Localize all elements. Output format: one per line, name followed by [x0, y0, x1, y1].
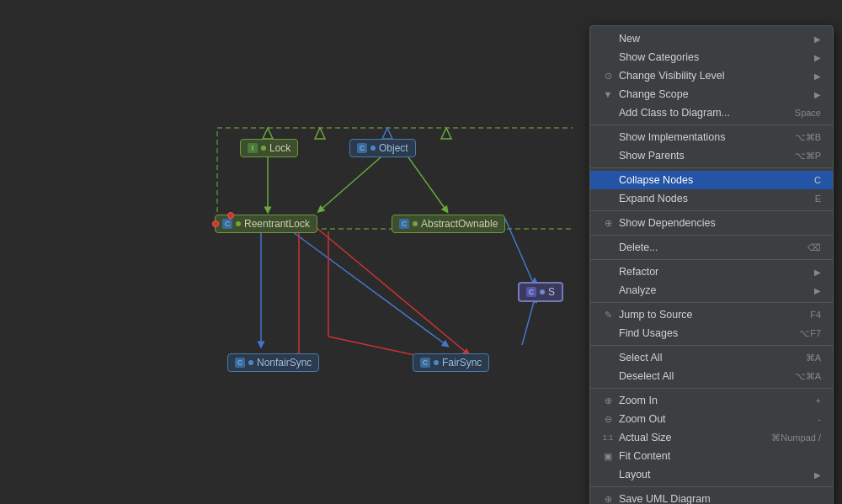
menu-item-change-visibility[interactable]: ⊙ Change Visibility Level ▶	[590, 66, 833, 85]
menu-separator-9	[590, 486, 833, 487]
node-fairsync[interactable]: C FairSync	[413, 353, 489, 372]
menu-item-fit-content[interactable]: ▣ Fit Content	[590, 447, 833, 465]
node-abstractownable-label: AbstractOwnable	[421, 218, 498, 230]
node-object[interactable]: C Object	[349, 139, 416, 157]
menu-expand-shortcut: E	[815, 194, 821, 204]
node-object-icon: C	[357, 143, 367, 153]
node-reentrantlock[interactable]: C ReentrantLock	[215, 215, 317, 233]
menu-fit-content-icon: ▣	[602, 451, 614, 462]
menu-fit-content-label: Fit Content	[619, 450, 670, 462]
node-nonfairsync-icon: C	[235, 358, 245, 368]
menu-jump-label: Jump to Source	[619, 309, 693, 321]
menu-item-refactor[interactable]: Refactor ▶	[590, 263, 833, 281]
menu-item-show-implementations[interactable]: Show Implementations ⌥⌘B	[590, 128, 833, 146]
menu-separator-4	[590, 235, 833, 236]
node-s-dot	[540, 289, 545, 294]
menu-item-actual-size[interactable]: 1:1 Actual Size ⌘Numpad /	[590, 428, 833, 447]
menu-zoom-in-icon: ⊕	[602, 395, 614, 406]
menu-separator-6	[590, 302, 833, 303]
menu-item-zoom-in[interactable]: ⊕ Zoom In +	[590, 391, 833, 410]
node-abstractownable-dot	[413, 221, 418, 226]
menu-separator-5	[590, 259, 833, 260]
menu-find-label: Find Usages	[619, 327, 678, 339]
menu-collapse-shortcut: C	[814, 175, 821, 185]
menu-item-collapse-nodes[interactable]: Collapse Nodes C	[590, 171, 833, 189]
menu-item-save-uml[interactable]: ⊕ Save UML Diagram	[590, 490, 833, 504]
diagram-canvas: I Lock C Object C ReentrantLock C Abstra…	[0, 0, 573, 504]
node-abstractownable[interactable]: C AbstractOwnable	[392, 215, 505, 233]
menu-show-categories-arrow: ▶	[814, 53, 821, 62]
menu-show-parents-label: Show Parents	[619, 150, 685, 162]
menu-refactor-arrow: ▶	[814, 268, 821, 277]
menu-show-impl-shortcut: ⌥⌘B	[795, 132, 821, 143]
menu-layout-label: Layout	[619, 469, 651, 480]
menu-actual-size-icon: 1:1	[602, 433, 614, 442]
menu-delete-shortcut: ⌫	[807, 242, 821, 253]
menu-item-find-usages[interactable]: Find Usages ⌥F7	[590, 324, 833, 342]
node-lock-dot	[261, 146, 266, 151]
menu-item-zoom-out[interactable]: ⊖ Zoom Out -	[590, 410, 833, 428]
menu-show-impl-label: Show Implementations	[619, 131, 725, 143]
menu-item-analyze[interactable]: Analyze ▶	[590, 281, 833, 300]
node-reentrantlock-label: ReentrantLock	[244, 218, 310, 230]
menu-change-scope-label: Change Scope	[619, 88, 689, 100]
menu-separator-3	[590, 210, 833, 211]
node-nonfairsync[interactable]: C NonfairSync	[227, 353, 319, 372]
node-lock[interactable]: I Lock	[240, 139, 298, 157]
connections-svg	[0, 0, 573, 504]
svg-line-3	[404, 151, 446, 210]
menu-item-layout[interactable]: Layout ▶	[590, 465, 833, 484]
node-fairsync-dot	[434, 360, 439, 365]
menu-delete-label: Delete...	[619, 241, 658, 253]
menu-item-deselect-all[interactable]: Deselect All ⌥⌘A	[590, 367, 833, 385]
menu-item-expand-nodes[interactable]: Expand Nodes E	[590, 189, 833, 208]
menu-item-change-scope[interactable]: ▼ Change Scope ▶	[590, 85, 833, 103]
menu-select-all-shortcut: ⌘A	[806, 353, 821, 363]
svg-marker-20	[382, 128, 392, 139]
node-nonfairsync-dot	[248, 360, 253, 365]
menu-actual-size-shortcut: ⌘Numpad /	[771, 432, 821, 443]
menu-select-all-label: Select All	[619, 352, 662, 363]
menu-expand-label: Expand Nodes	[619, 193, 688, 204]
menu-item-show-dependencies[interactable]: ⊕ Show Dependencies	[590, 214, 833, 232]
menu-analyze-label: Analyze	[619, 284, 656, 296]
menu-item-jump-to-source[interactable]: ✎ Jump to Source F4	[590, 305, 833, 324]
node-object-label: Object	[379, 142, 408, 154]
menu-item-add-class[interactable]: Add Class to Diagram... Space	[590, 103, 833, 122]
menu-separator-8	[590, 388, 833, 389]
svg-line-5	[286, 227, 446, 345]
menu-new-arrow: ▶	[814, 34, 821, 44]
menu-item-new[interactable]: New ▶	[590, 29, 833, 48]
menu-show-parents-shortcut: ⌥⌘P	[795, 151, 821, 162]
menu-change-visibility-label: Change Visibility Level	[619, 70, 725, 82]
menu-deselect-all-label: Deselect All	[619, 370, 674, 382]
menu-save-uml-label: Save UML Diagram	[619, 493, 711, 504]
menu-separator-7	[590, 345, 833, 346]
menu-item-select-all[interactable]: Select All ⌘A	[590, 348, 833, 367]
node-reentrantlock-icon: C	[222, 219, 232, 229]
menu-layout-arrow: ▶	[814, 470, 821, 480]
menu-add-class-shortcut: Space	[795, 108, 821, 118]
menu-change-visibility-arrow: ▶	[814, 72, 821, 81]
node-s[interactable]: C S	[518, 282, 563, 302]
menu-item-delete[interactable]: Delete... ⌫	[590, 238, 833, 257]
svg-line-8	[316, 227, 467, 353]
node-lock-icon: I	[248, 143, 258, 153]
node-nonfairsync-label: NonfairSync	[257, 357, 312, 369]
node-s-label: S	[548, 286, 555, 298]
menu-zoom-in-label: Zoom In	[619, 395, 658, 406]
menu-item-show-parents[interactable]: Show Parents ⌥⌘P	[590, 146, 833, 165]
menu-zoom-in-shortcut: +	[816, 395, 821, 406]
node-fairsync-label: FairSync	[442, 357, 482, 369]
node-s-icon: C	[526, 287, 536, 297]
menu-zoom-out-icon: ⊖	[602, 414, 614, 425]
svg-line-2	[320, 151, 387, 210]
menu-separator-1	[590, 125, 833, 125]
menu-add-class-label: Add Class to Diagram...	[619, 107, 730, 119]
node-fairsync-icon: C	[420, 358, 430, 368]
menu-find-shortcut: ⌥F7	[799, 328, 821, 339]
menu-jump-shortcut: F4	[810, 310, 821, 320]
menu-item-show-categories[interactable]: Show Categories ▶	[590, 48, 833, 66]
menu-analyze-arrow: ▶	[814, 286, 821, 295]
svg-marker-18	[315, 128, 325, 139]
